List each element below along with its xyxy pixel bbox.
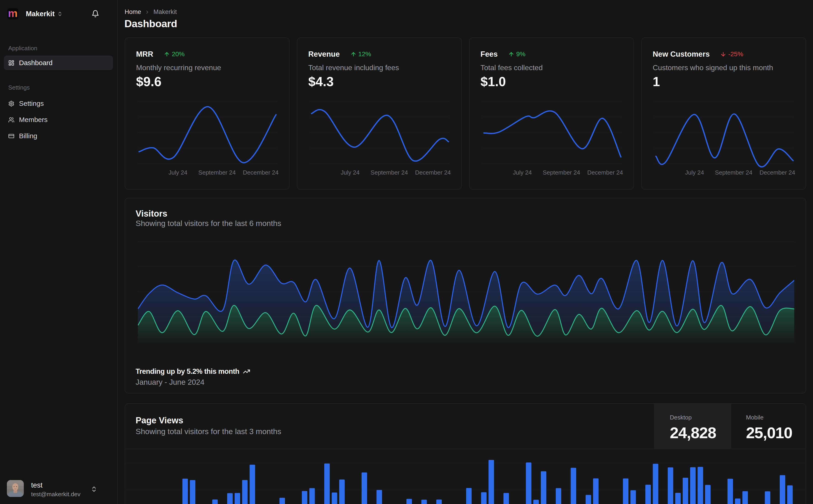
svg-text:December 24: December 24 — [415, 169, 451, 176]
svg-text:July 24: July 24 — [341, 169, 360, 176]
svg-text:July 24: July 24 — [513, 169, 532, 176]
svg-text:September 24: September 24 — [543, 169, 580, 176]
svg-text:m: m — [8, 8, 18, 19]
svg-text:September 24: September 24 — [198, 169, 236, 176]
svg-text:December 24: December 24 — [760, 169, 795, 176]
svg-text:December 24: December 24 — [587, 169, 623, 176]
svg-text:September 24: September 24 — [371, 169, 408, 176]
svg-text:July 24: July 24 — [168, 169, 187, 176]
svg-text:December 24: December 24 — [243, 169, 279, 176]
svg-text:July 24: July 24 — [685, 169, 704, 176]
svg-text:September 24: September 24 — [715, 169, 752, 176]
